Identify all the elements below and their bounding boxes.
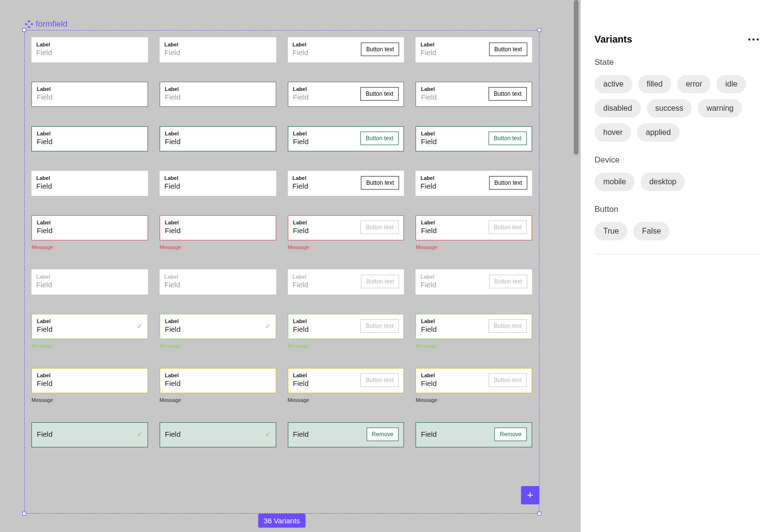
formfield-variant[interactable]: LabelFieldButton text xyxy=(416,368,532,393)
formfield-variant[interactable]: Field✓ xyxy=(160,422,276,447)
formfield-variant[interactable]: LabelField xyxy=(31,82,148,107)
formfield-variant[interactable]: LabelFieldButton text xyxy=(288,215,404,240)
variant-cell[interactable]: LabelFieldButton text xyxy=(416,37,532,62)
formfield-variant[interactable]: LabelField✓ xyxy=(160,314,276,339)
variant-cell[interactable]: LabelField✓Message xyxy=(31,314,148,349)
field-button[interactable]: Button text xyxy=(489,87,527,101)
variant-cell[interactable]: LabelField xyxy=(160,82,276,107)
variant-cell[interactable]: LabelFieldButton text xyxy=(288,269,404,295)
formfield-variant[interactable]: LabelField xyxy=(31,269,148,295)
component-header[interactable]: formfield xyxy=(25,19,67,29)
variant-cell[interactable]: LabelFieldButton textMessage xyxy=(416,314,532,349)
variant-cell[interactable]: LabelFieldButton text xyxy=(288,126,404,151)
field-button[interactable]: Button text xyxy=(489,176,527,190)
variant-cell[interactable]: LabelField xyxy=(31,171,148,196)
variant-cell[interactable]: LabelField xyxy=(31,37,148,62)
property-pill[interactable]: desktop xyxy=(640,173,685,191)
variant-cell[interactable]: LabelFieldButton text xyxy=(288,82,404,107)
formfield-variant[interactable]: LabelField xyxy=(160,171,276,196)
variant-cell[interactable]: LabelFieldButton text xyxy=(288,171,404,196)
formfield-variant[interactable]: LabelFieldButton text xyxy=(416,82,532,107)
property-pill[interactable]: hover xyxy=(595,123,631,142)
formfield-variant[interactable]: LabelFieldButton text xyxy=(416,314,532,339)
formfield-variant[interactable]: LabelFieldButton text xyxy=(416,215,532,240)
field-button[interactable]: Button text xyxy=(360,373,399,387)
variant-cell[interactable]: LabelField xyxy=(31,269,148,295)
formfield-variant[interactable]: LabelFieldButton text xyxy=(416,126,532,151)
add-variant-button[interactable]: + xyxy=(521,486,539,504)
formfield-variant[interactable]: LabelFieldButton text xyxy=(288,368,404,393)
variant-cell[interactable]: LabelFieldMessage xyxy=(160,368,276,403)
formfield-variant[interactable]: LabelFieldButton text xyxy=(288,314,404,339)
formfield-variant[interactable]: LabelFieldButton text xyxy=(288,269,404,295)
field-button[interactable]: Button text xyxy=(489,43,527,56)
formfield-variant[interactable]: LabelFieldButton text xyxy=(416,269,532,295)
variant-cell[interactable]: LabelFieldButton text xyxy=(416,82,532,107)
property-pill[interactable]: True xyxy=(595,222,627,240)
scrollbar[interactable] xyxy=(574,0,579,155)
variant-cell[interactable]: LabelFieldButton textMessage xyxy=(416,215,532,250)
more-icon[interactable]: ••• xyxy=(748,35,760,44)
variant-cell[interactable]: FieldRemove xyxy=(416,422,532,447)
variant-cell[interactable]: LabelFieldButton text xyxy=(416,126,532,151)
selection-handle[interactable] xyxy=(537,512,541,516)
variant-cell[interactable]: LabelFieldButton text xyxy=(416,269,532,295)
property-pill[interactable]: disabled xyxy=(595,99,641,118)
field-button[interactable]: Button text xyxy=(489,132,527,145)
formfield-variant[interactable]: LabelField xyxy=(31,37,148,62)
formfield-variant[interactable]: LabelField xyxy=(160,368,276,393)
property-pill[interactable]: active xyxy=(595,75,632,93)
variant-cell[interactable]: LabelFieldButton textMessage xyxy=(288,314,404,349)
field-button[interactable]: Button text xyxy=(361,176,399,190)
variant-cell[interactable]: LabelField xyxy=(31,82,148,107)
canvas[interactable]: formfield LabelFieldLabelFieldLabelField… xyxy=(0,0,580,532)
property-pill[interactable]: applied xyxy=(637,123,680,142)
field-button[interactable]: Button text xyxy=(489,221,527,234)
variant-cell[interactable]: LabelFieldMessage xyxy=(31,215,148,250)
property-pill[interactable]: False xyxy=(633,222,670,240)
formfield-variant[interactable]: LabelField xyxy=(160,37,276,62)
variant-cell[interactable]: LabelField xyxy=(160,269,276,295)
field-button[interactable]: Button text xyxy=(360,319,399,333)
variant-cell[interactable]: LabelField xyxy=(160,171,276,196)
variant-cell[interactable]: LabelField xyxy=(160,37,276,62)
formfield-variant[interactable]: LabelField xyxy=(160,82,276,107)
formfield-variant[interactable]: LabelFieldButton text xyxy=(288,171,404,196)
property-pill[interactable]: success xyxy=(647,99,692,118)
formfield-variant[interactable]: LabelField xyxy=(160,215,276,240)
formfield-variant[interactable]: LabelField xyxy=(160,126,276,151)
field-button[interactable]: Button text xyxy=(361,43,399,56)
variant-frame[interactable]: LabelFieldLabelFieldLabelFieldButton tex… xyxy=(24,30,539,514)
formfield-variant[interactable]: LabelField xyxy=(31,126,148,151)
formfield-variant[interactable]: Field✓ xyxy=(31,422,148,447)
field-button[interactable]: Button text xyxy=(489,275,527,288)
formfield-variant[interactable]: LabelFieldButton text xyxy=(288,82,404,107)
variant-cell[interactable]: LabelField xyxy=(160,126,276,151)
variant-cell[interactable]: LabelFieldButton textMessage xyxy=(416,368,532,403)
property-pill[interactable]: filled xyxy=(638,75,671,93)
formfield-variant[interactable]: LabelField xyxy=(31,171,148,196)
field-button[interactable]: Remove xyxy=(494,428,527,441)
formfield-variant[interactable]: FieldRemove xyxy=(416,422,532,447)
variant-cell[interactable]: LabelFieldButton textMessage xyxy=(288,215,404,250)
property-pill[interactable]: error xyxy=(677,75,711,93)
formfield-variant[interactable]: LabelFieldButton text xyxy=(416,37,532,62)
variant-cell[interactable]: LabelFieldButton text xyxy=(416,171,532,196)
variant-cell[interactable]: Field✓ xyxy=(160,422,276,447)
variant-cell[interactable]: LabelFieldMessage xyxy=(160,215,276,250)
selection-handle[interactable] xyxy=(537,28,541,32)
variant-cell[interactable]: LabelFieldMessage xyxy=(31,368,148,403)
selection-handle[interactable] xyxy=(22,512,26,516)
field-button[interactable]: Button text xyxy=(360,87,399,101)
field-button[interactable]: Button text xyxy=(489,319,527,333)
field-button[interactable]: Button text xyxy=(360,132,399,145)
variant-cell[interactable]: LabelField xyxy=(31,126,148,151)
formfield-variant[interactable]: FieldRemove xyxy=(288,422,404,447)
formfield-variant[interactable]: LabelFieldButton text xyxy=(288,37,404,62)
variant-cell[interactable]: LabelFieldButton textMessage xyxy=(288,368,404,403)
field-button[interactable]: Button text xyxy=(489,373,527,387)
variant-cell[interactable]: FieldRemove xyxy=(288,422,404,447)
property-pill[interactable]: idle xyxy=(716,75,746,93)
variant-cell[interactable]: Field✓ xyxy=(31,422,148,447)
formfield-variant[interactable]: LabelField✓ xyxy=(31,314,148,339)
